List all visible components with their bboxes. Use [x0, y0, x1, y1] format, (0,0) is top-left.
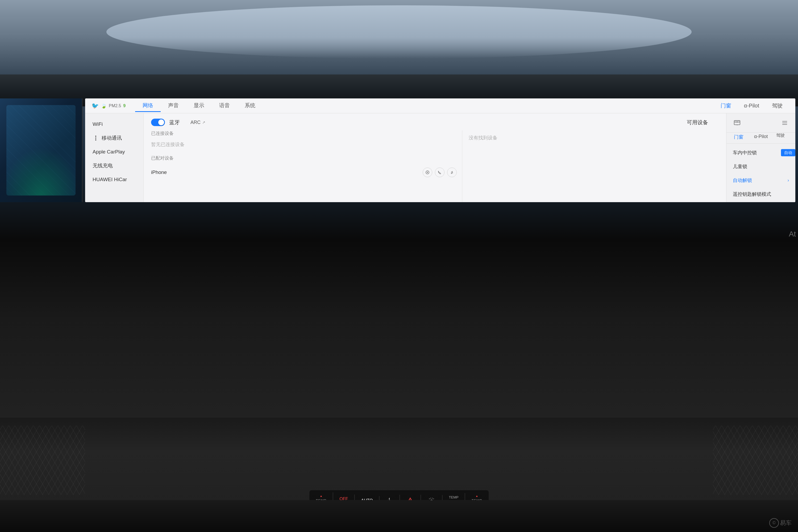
bluetooth-header-row: 蓝牙 ARC ↗ 可用设备 [151, 119, 719, 126]
main-content: 蓝牙 ARC ↗ 可用设备 已连接设备 暂无已连接设备 已配对设备 [144, 113, 726, 202]
list-icon[interactable] [779, 118, 790, 128]
watermark-circle-text: © [773, 520, 776, 525]
tab-voice[interactable]: 语音 [212, 100, 237, 112]
screen-mirror-icon[interactable] [732, 118, 742, 128]
mobile-label: 移动通讯 [101, 135, 122, 141]
rear-label: TEMP [449, 495, 459, 499]
pm-label: PM2.5 [109, 103, 121, 108]
iphone-call-icon[interactable] [435, 168, 444, 177]
temp-left-up-arrow[interactable]: ▲ [320, 494, 322, 497]
ceiling-background [0, 0, 798, 85]
bluetooth-label: 蓝牙 [169, 119, 180, 126]
panel-tab-window[interactable]: 门窗 [732, 133, 746, 141]
connected-devices-empty: 暂无已连接设备 [151, 139, 457, 150]
iphone-circle-icon[interactable] [423, 168, 432, 177]
tab-system[interactable]: 系统 [237, 100, 263, 112]
chevron-right-icon: › [787, 178, 789, 183]
all-sections: 已连接设备 暂无已连接设备 已配对设备 iPhone [151, 130, 719, 202]
left-sidebar: WiFi 移动通讯 Apple CarPlay 无线充电 HUAWEI HiCa… [85, 113, 144, 202]
hicar-label: HUAWEI HiCar [93, 177, 127, 183]
svg-point-3 [452, 172, 453, 173]
wifi-label: WiFi [93, 121, 103, 127]
logo-bird-icon: 🐦 [92, 102, 99, 109]
right-panel: 门窗 α-Pilot 驾驶 车内中控锁 自动 儿童锁 自动解锁 › 遥控钥匙解 [726, 113, 795, 202]
logo-container: 🐦 🍃 PM2.5 9 [92, 102, 126, 109]
main-nav: 网络 声音 显示 语音 系统 [135, 100, 263, 112]
menu-auto-unlock[interactable]: 自动解锁 › [726, 173, 795, 187]
sidebar-item-hicar[interactable]: HUAWEI HiCar [85, 173, 144, 186]
menu-remote-unlock[interactable]: 遥控钥匙解锁模式 [726, 187, 795, 201]
menu-smart-unlock[interactable]: 智能解锁 [726, 201, 795, 202]
iphone-device-name: iPhone [151, 169, 420, 175]
right-panel-header: 门窗 α-Pilot 驾驶 [726, 133, 795, 144]
watermark-circle: © [769, 518, 779, 528]
pm-value: 9 [123, 103, 126, 108]
left-instrument-cluster [0, 98, 82, 202]
sidebar-item-wifi[interactable]: WiFi [85, 118, 144, 131]
sidebar-item-mobile[interactable]: 移动通讯 [85, 131, 144, 145]
tab-window[interactable]: 门窗 [714, 100, 738, 111]
arc-external-icon: ↗ [202, 120, 205, 125]
tab-display[interactable]: 显示 [186, 100, 212, 112]
no-devices-found: 没有找到设备 [469, 132, 719, 143]
temp-right-up-arrow[interactable]: ▲ [476, 494, 478, 497]
infotainment-screen: 🐦 🍃 PM2.5 9 网络 声音 显示 语音 系统 门窗 α-Pilot 驾驶… [85, 98, 795, 202]
svg-point-1 [427, 172, 428, 173]
sidebar-item-wireless[interactable]: 无线充电 [85, 158, 144, 173]
bluetooth-toggle-row: 蓝牙 [151, 119, 180, 126]
right-panel-icons [726, 118, 795, 133]
mobile-icon [93, 135, 99, 141]
sidebar-item-carplay[interactable]: Apple CarPlay [85, 145, 144, 158]
tab-pilot[interactable]: α-Pilot [738, 100, 765, 111]
arc-link[interactable]: ARC ↗ [190, 120, 205, 125]
carplay-label: Apple CarPlay [93, 149, 125, 155]
available-devices-header: 可用设备 [687, 119, 719, 126]
svg-rect-6 [737, 121, 739, 122]
svg-point-2 [451, 173, 452, 174]
arc-label: ARC [190, 120, 201, 125]
menu-central-lock[interactable]: 车内中控锁 自动 [726, 146, 795, 159]
dash-pattern-right [713, 425, 798, 495]
available-devices-section: 没有找到设备 [462, 130, 719, 202]
tab-sound[interactable]: 声音 [161, 100, 186, 112]
iphone-music-icon[interactable] [447, 168, 457, 177]
tab-drive[interactable]: 驾驶 [765, 100, 789, 111]
watermark: © 易车 [769, 518, 792, 528]
connected-devices-title: 已连接设备 [151, 130, 457, 136]
bottom-vent [0, 500, 798, 532]
paired-devices-title: 已配对设备 [151, 155, 457, 161]
bluetooth-toggle[interactable] [151, 119, 165, 126]
panel-tab-drive[interactable]: 驾驶 [776, 133, 785, 141]
watermark-text: 易车 [780, 519, 792, 527]
screen-topbar: 🐦 🍃 PM2.5 9 网络 声音 显示 语音 系统 门窗 α-Pilot 驾驶 [85, 98, 795, 113]
corner-at-text: At [787, 229, 798, 240]
screen-body: WiFi 移动通讯 Apple CarPlay 无线充电 HUAWEI HiCa… [85, 113, 795, 202]
panel-tab-pilot[interactable]: α-Pilot [752, 133, 770, 141]
tab-network[interactable]: 网络 [135, 100, 161, 112]
auto-badge: 自动 [781, 149, 795, 156]
right-nav: 门窗 α-Pilot 驾驶 [714, 100, 789, 111]
dash-pattern-left [0, 425, 85, 495]
menu-child-lock[interactable]: 儿童锁 [726, 159, 795, 173]
iphone-device-row: iPhone [151, 164, 457, 181]
logo-leaf-icon: 🍃 [101, 103, 107, 109]
bluetooth-devices-section: 已连接设备 暂无已连接设备 已配对设备 iPhone [151, 130, 457, 202]
wireless-label: 无线充电 [93, 162, 113, 169]
right-menu-list: 车内中控锁 自动 儿童锁 自动解锁 › 遥控钥匙解锁模式 智能解锁 [726, 144, 795, 202]
svg-rect-5 [735, 121, 737, 122]
